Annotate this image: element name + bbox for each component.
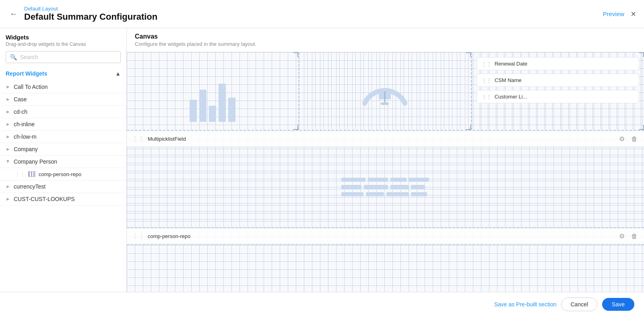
settings-button[interactable]: ⚙ xyxy=(617,134,626,144)
settings-button[interactable]: ⚙ xyxy=(617,232,626,241)
save-pre-built-button[interactable]: Save as Pre-built section xyxy=(494,301,557,308)
sidebar-item-company-person[interactable]: ► Company Person xyxy=(0,156,126,168)
ph-bar xyxy=(341,192,363,196)
placeholder-lines xyxy=(341,178,430,196)
ph-bar xyxy=(364,185,388,189)
comp-person-widget-name: comp-person-repo xyxy=(148,233,190,239)
chevron-right-icon: ► xyxy=(6,121,10,127)
ph-bar xyxy=(409,178,429,182)
chevron-right-icon: ► xyxy=(6,134,10,140)
resize-handle-br[interactable] xyxy=(639,125,644,130)
widget-label-left: ⋮⋮ MultipicklistField xyxy=(132,135,186,143)
sidebar-subitem-comp-person-repo[interactable]: ⋮⋮ comp-person-repo xyxy=(0,168,126,181)
ph-bar xyxy=(411,192,427,196)
section-chevron: ▲ xyxy=(115,70,121,77)
resize-handle-br[interactable] xyxy=(466,125,471,130)
drag-dots-icon: ⋮⋮ xyxy=(14,171,25,177)
search-input[interactable] xyxy=(20,54,116,60)
sidebar-item-company[interactable]: ► Company xyxy=(0,143,126,156)
section-title: Report Widgets xyxy=(6,70,47,77)
resize-handle-tr[interactable] xyxy=(639,52,644,57)
cancel-button[interactable]: Cancel xyxy=(561,298,597,311)
breadcrumb[interactable]: Default Layout xyxy=(24,6,157,12)
ph-bar xyxy=(390,178,407,182)
canvas-area: Canvas Configure the widgets placed in t… xyxy=(127,28,644,292)
bar-3 xyxy=(209,106,216,122)
search-icon: 🔍 xyxy=(10,54,17,60)
multipicklist-widget-row: ⋮⋮ MultipicklistField ⚙ 🗑 xyxy=(127,131,644,228)
canvas-cell-widgets: ⋮⋮ Renewal Date ⋮⋮ CSM Name ⋮⋮ Customer … xyxy=(472,52,644,130)
canvas-header: Canvas Configure the widgets placed in t… xyxy=(127,28,644,52)
multipicklist-content xyxy=(127,147,644,227)
drag-dots-icon: ⋮⋮ xyxy=(482,61,491,67)
canvas-cell-gauge xyxy=(299,52,471,130)
footer: Save as Pre-built section Cancel Save xyxy=(0,292,644,316)
save-button[interactable]: Save xyxy=(602,298,634,311)
resize-handle-br[interactable] xyxy=(293,125,298,130)
placeholder-row-3 xyxy=(341,192,430,196)
ph-bar xyxy=(341,178,365,182)
multipicklist-label-row: ⋮⋮ MultipicklistField ⚙ 🗑 xyxy=(127,131,644,147)
ph-bar xyxy=(368,178,388,182)
resize-handle-tr[interactable] xyxy=(293,52,298,57)
canvas-subtitle: Configure the widgets placed in the summ… xyxy=(135,41,636,47)
sidebar-item-label: currencyTest xyxy=(14,183,45,190)
canvas-top-row: ⋮⋮ Renewal Date ⋮⋮ CSM Name ⋮⋮ Customer … xyxy=(127,52,644,131)
back-button[interactable]: ← xyxy=(8,8,19,20)
placeholder-row-1 xyxy=(341,178,430,182)
multipicklist-widget-name: MultipicklistField xyxy=(148,136,186,142)
sidebar-item-label: cd-ch xyxy=(14,109,27,115)
sidebar-item-label: ch-inline xyxy=(14,121,35,127)
ph-bar xyxy=(366,192,384,196)
sidebar-item-label: Case xyxy=(14,96,27,103)
chevron-right-icon: ► xyxy=(6,184,10,189)
sidebar-item-ch-inline[interactable]: ► ch-inline xyxy=(0,118,126,131)
header-titles: Default Layout Default Summary Configura… xyxy=(24,6,157,22)
chevron-right-icon: ► xyxy=(6,84,10,90)
renewal-date-widget[interactable]: ⋮⋮ Renewal Date xyxy=(477,57,639,70)
close-button[interactable]: × xyxy=(631,9,636,19)
page-title: Default Summary Configuration xyxy=(24,12,157,22)
report-widgets-section[interactable]: Report Widgets ▲ xyxy=(0,66,126,81)
chevron-right-icon: ► xyxy=(6,196,10,202)
widget-label-left: ⋮⋮ comp-person-repo xyxy=(132,232,190,240)
delete-button[interactable]: 🗑 xyxy=(630,134,639,144)
sidebar-item-label: ch-low-m xyxy=(14,133,37,140)
bar-5 xyxy=(228,98,235,122)
resize-handle-tr[interactable] xyxy=(466,52,471,57)
placeholder-row-2 xyxy=(341,185,430,189)
drag-handle-icon[interactable]: ⋮⋮ xyxy=(132,232,144,240)
sidebar-item-cd-ch[interactable]: ► cd-ch xyxy=(0,106,126,118)
header-right: Preview × xyxy=(603,9,636,19)
gauge-svg xyxy=(359,75,411,107)
drag-handle-icon[interactable]: ⋮⋮ xyxy=(132,135,144,143)
table-icon xyxy=(28,171,35,177)
chevron-right-icon: ► xyxy=(6,109,10,115)
ph-bar xyxy=(386,192,409,196)
search-box: 🔍 xyxy=(6,51,121,63)
canvas-cell-chart xyxy=(127,52,299,130)
sidebar-item-cust-lookups[interactable]: ► CUST-CUST-LOOKUPS xyxy=(0,193,126,205)
sidebar-subitem-label: comp-person-repo xyxy=(39,171,81,177)
csm-name-widget[interactable]: ⋮⋮ CSM Name xyxy=(477,74,639,87)
sidebar: Widgets Drag-and-drop widgets to the Can… xyxy=(0,28,127,292)
widget-pill-label: Customer Li... xyxy=(495,94,527,100)
canvas-content: ⋮⋮ Renewal Date ⋮⋮ CSM Name ⋮⋮ Customer … xyxy=(127,52,644,292)
main-layout: Widgets Drag-and-drop widgets to the Can… xyxy=(0,28,644,292)
sidebar-item-case[interactable]: ► Case xyxy=(0,93,126,106)
ph-bar xyxy=(341,185,361,189)
customer-li-widget[interactable]: ⋮⋮ Customer Li... xyxy=(477,90,639,103)
preview-button[interactable]: Preview xyxy=(603,10,624,17)
sidebar-item-ch-low-m[interactable]: ► ch-low-m xyxy=(0,131,126,143)
chevron-right-icon: ► xyxy=(6,96,10,102)
widget-pill-label: CSM Name xyxy=(495,77,522,83)
sidebar-item-label: CUST-CUST-LOOKUPS xyxy=(14,196,75,202)
drag-dots-icon: ⋮⋮ xyxy=(482,78,491,83)
delete-button[interactable]: 🗑 xyxy=(630,232,639,241)
header-left: ← Default Layout Default Summary Configu… xyxy=(8,6,157,22)
widget-actions: ⚙ 🗑 xyxy=(617,232,639,241)
sidebar-item-call-to-action[interactable]: ► Call To Action xyxy=(0,81,126,93)
sidebar-item-label: Call To Action xyxy=(14,84,48,90)
bar-1 xyxy=(190,100,197,122)
sidebar-item-currency-test[interactable]: ► currencyTest xyxy=(0,181,126,193)
